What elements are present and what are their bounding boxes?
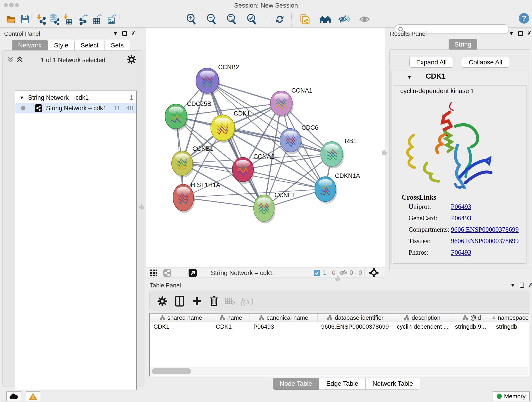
table-cell[interactable]: CDK1: [212, 322, 250, 332]
graph-node-CDK1[interactable]: [211, 115, 236, 143]
graph-node-CCNA2[interactable]: [232, 157, 254, 184]
network-view-mode-icon[interactable]: [163, 269, 171, 277]
panel-float-icon[interactable]: [122, 31, 127, 36]
network-options-gear-icon[interactable]: [127, 55, 136, 64]
zoom-fit-button[interactable]: [225, 12, 238, 26]
delete-columns-button[interactable]: [207, 294, 221, 308]
panel-close-icon[interactable]: ✗: [528, 282, 532, 288]
footer-separator: [336, 268, 336, 277]
panel-close-icon[interactable]: ✗: [131, 31, 136, 36]
graph-node-CCNA1[interactable]: [270, 91, 293, 117]
show-graphics-button[interactable]: [358, 12, 371, 26]
tab-style[interactable]: Style: [48, 40, 75, 51]
import-network-database-button[interactable]: [47, 12, 60, 26]
scrollbar-thumb[interactable]: [152, 368, 191, 374]
graph-node-RB1[interactable]: [321, 142, 344, 168]
warnings-button[interactable]: [26, 391, 40, 401]
panel-collapse-icon[interactable]: ▼: [509, 31, 514, 36]
table-cell[interactable]: P06493: [250, 322, 317, 332]
tab-network[interactable]: Network: [12, 40, 48, 51]
panel-float-icon[interactable]: [518, 31, 523, 36]
graph-node-label-CDC6: CDC6: [302, 124, 318, 131]
table-cell[interactable]: 9606.ENSP00000378699: [317, 322, 393, 332]
import-table-button[interactable]: [60, 12, 74, 26]
gene-expander-icon[interactable]: ▼: [407, 74, 412, 80]
collection-expander-icon[interactable]: ▼: [19, 95, 24, 100]
column-header-5[interactable]: @id: [451, 313, 492, 322]
network-collection-row[interactable]: ▼ String Network – cdk1 1: [15, 92, 136, 103]
table-cell[interactable]: stringdb:9...: [451, 322, 492, 332]
crosslink-value-link[interactable]: 9606.ENSP00000378699: [451, 237, 519, 245]
open-session-button[interactable]: [4, 12, 17, 26]
panel-float-icon[interactable]: [520, 283, 524, 288]
network-graph[interactable]: CCNB2CCNA1CDC25BCDK1CDC6RB1CCNB1CCNA2CDK…: [146, 28, 385, 267]
network-row-selected[interactable]: String Network – cdk1 11 48: [15, 103, 136, 114]
help-button[interactable]: ?: [517, 12, 531, 25]
cloud-status-button[interactable]: [6, 391, 21, 401]
apply-layout-button[interactable]: [273, 12, 286, 26]
zoom-out-button[interactable]: [205, 12, 218, 26]
eye-slash-blue-icon: [338, 14, 350, 24]
column-header-3[interactable]: database identifier: [317, 313, 393, 322]
graph-node-CDC25B[interactable]: [165, 104, 188, 131]
window-title: Session: New Session: [0, 2, 532, 9]
left-splitter-handle[interactable]: [139, 204, 144, 210]
tab-edge-table[interactable]: Edge Table: [319, 378, 365, 390]
column-header-0[interactable]: shared name: [150, 313, 212, 322]
tab-sets[interactable]: Sets: [105, 40, 130, 51]
crosslink-value-link[interactable]: P06493: [451, 203, 471, 211]
tab-select[interactable]: Select: [75, 40, 105, 51]
selected-checkbox-icon[interactable]: [313, 269, 320, 276]
table-options-button[interactable]: [156, 294, 169, 308]
birdseye-view-icon[interactable]: [188, 269, 197, 277]
graph-node-HIST1H1A[interactable]: [173, 184, 195, 213]
panel-close-icon[interactable]: ✗: [527, 31, 532, 36]
table-horizontal-scrollbar[interactable]: [150, 367, 528, 375]
collection-name: String Network – cdk1: [28, 94, 89, 101]
table-cell[interactable]: cyclin-dependent ...: [393, 322, 451, 332]
column-header-6[interactable]: namespace: [492, 313, 529, 322]
expand-all-button[interactable]: Expand All: [409, 57, 453, 68]
application-window: Session: New Session: [0, 0, 532, 402]
collapse-all-button[interactable]: Collapse All: [461, 57, 510, 68]
column-header-1[interactable]: name: [212, 313, 250, 322]
crosslink-value-link[interactable]: 9606.ENSP00000378699: [451, 226, 519, 233]
tab-network-table[interactable]: Network Table: [365, 378, 420, 390]
export-image-button[interactable]: [105, 12, 119, 26]
svg-text:?: ?: [522, 14, 526, 22]
column-header-2[interactable]: canonical name: [250, 313, 317, 322]
table-panel: Table Panel ▼ ✗: [146, 279, 532, 390]
control-panel: Control Panel ▼ ✗ NetworkStyleSelectSets…: [0, 28, 146, 389]
crosslink-value-link[interactable]: P06493: [451, 214, 471, 222]
import-network-file-button[interactable]: [34, 12, 47, 26]
table-cell[interactable]: stringdb: [492, 322, 529, 332]
tab-node-table[interactable]: Node Table: [273, 378, 319, 390]
show-columns-button[interactable]: [173, 294, 186, 308]
grid-view-icon[interactable]: [150, 269, 159, 277]
clone-network-button[interactable]: [298, 12, 312, 26]
create-column-button[interactable]: [190, 294, 204, 308]
panel-collapse-icon[interactable]: ▼: [113, 31, 118, 36]
memory-button[interactable]: Memory: [493, 391, 530, 401]
save-session-button[interactable]: [18, 12, 32, 26]
graph-node-CCNE1[interactable]: [254, 195, 275, 223]
node-table[interactable]: shared namenamecanonical namedatabase id…: [149, 313, 529, 376]
crosslink-row: Tissues:9606.ENSP00000378699: [409, 237, 523, 245]
home-button[interactable]: [318, 12, 332, 26]
zoom-selected-button[interactable]: [245, 12, 259, 26]
panel-collapse-icon[interactable]: ▼: [510, 282, 515, 288]
table-cell[interactable]: CDK1: [150, 322, 212, 332]
network-canvas[interactable]: CCNB2CCNA1CDC25BCDK1CDC6RB1CCNB1CCNA2CDK…: [146, 28, 385, 267]
graph-node-CCNB2[interactable]: [196, 68, 220, 95]
hide-unhide-button[interactable]: [337, 12, 351, 26]
export-network-button[interactable]: [77, 12, 90, 26]
pan-crosshair-icon[interactable]: [369, 268, 379, 277]
column-header-4[interactable]: description: [393, 313, 451, 322]
crosslink-value-link[interactable]: P06493: [451, 249, 471, 256]
zoom-in-button[interactable]: [185, 12, 198, 26]
tab-string[interactable]: String: [449, 39, 477, 50]
graph-node-CDKN1A[interactable]: [315, 177, 337, 204]
graph-node-label-CCNA2: CCNA2: [253, 153, 274, 160]
graph-node-label-CCNB1: CCNB1: [192, 145, 214, 152]
export-table-button[interactable]: [91, 12, 104, 26]
